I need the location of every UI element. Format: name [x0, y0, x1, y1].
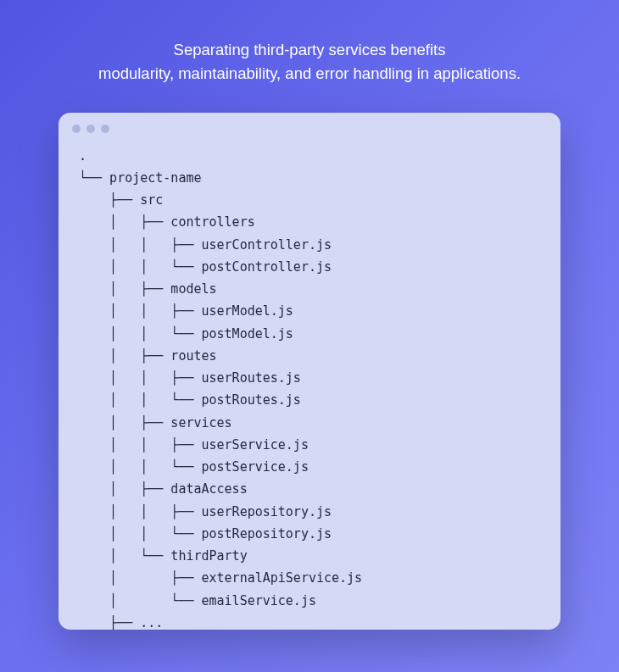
- tree-line: ├── ...: [79, 615, 163, 630]
- tree-line: │ │ ├── userModel.js: [79, 303, 293, 319]
- tree-line: │ │ ├── userService.js: [79, 437, 309, 453]
- tree-line: │ │ ├── userRepository.js: [79, 504, 332, 519]
- tree-line: │ │ └── postController.js: [79, 259, 332, 275]
- window-dot-close-icon: [72, 125, 81, 133]
- tree-line: │ └── emailService.js: [79, 593, 316, 608]
- headline-text: Separating third-party services benefits…: [98, 38, 521, 86]
- tree-line: .: [79, 148, 86, 164]
- tree-line: │ │ ├── userRoutes.js: [79, 370, 301, 386]
- tree-line: └── project-name: [79, 170, 202, 186]
- tree-line: │ │ └── postModel.js: [79, 326, 293, 342]
- code-window: . └── project-name ├── src │ ├── control…: [59, 113, 560, 630]
- tree-line: │ ├── services: [79, 415, 232, 430]
- tree-line: │ ├── controllers: [79, 214, 255, 230]
- tree-line: │ ├── externalApiService.js: [79, 570, 362, 586]
- tree-line: │ ├── dataAccess: [79, 481, 248, 497]
- window-dot-minimize-icon: [86, 125, 95, 133]
- directory-tree: . └── project-name ├── src │ ├── control…: [59, 140, 560, 630]
- tree-line: │ │ └── postRepository.js: [79, 526, 332, 541]
- tree-line: │ ├── routes: [79, 348, 217, 364]
- window-dot-zoom-icon: [101, 125, 109, 133]
- tree-line: │ ├── models: [79, 281, 217, 297]
- tree-line: │ │ ├── userController.js: [79, 237, 332, 253]
- tree-line: │ │ └── postRoutes.js: [79, 392, 301, 408]
- tree-line: ├── src: [79, 192, 163, 208]
- tree-line: │ └── thirdParty: [79, 548, 248, 564]
- window-titlebar: [59, 113, 560, 140]
- tree-line: │ │ └── postService.js: [79, 459, 309, 475]
